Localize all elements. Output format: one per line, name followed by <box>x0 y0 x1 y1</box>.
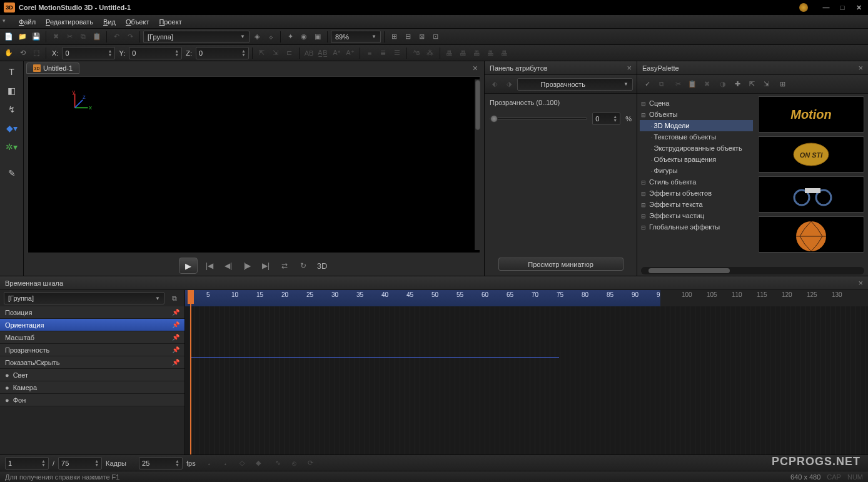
ep-del-icon[interactable]: ✖ <box>700 78 713 91</box>
timeline-group-combo[interactable]: [Группа]▼ <box>4 292 164 304</box>
viewport-scrollbar[interactable] <box>475 79 481 250</box>
particle-tool-icon[interactable]: ✲▾ <box>4 139 20 155</box>
layout-3-icon[interactable]: ⊠ <box>415 31 428 43</box>
play-fwd-icon[interactable]: |▶ <box>240 259 254 273</box>
text-3-icon[interactable]: Aᵃ <box>330 47 343 59</box>
z-input[interactable]: 0▲▼ <box>196 47 249 59</box>
easypalette-scrollbar[interactable] <box>641 267 864 274</box>
ep-copy-icon[interactable]: ⧉ <box>655 78 668 91</box>
tl-curve-1-icon[interactable]: ∿ <box>272 457 285 469</box>
timeline-close-icon[interactable]: × <box>858 278 863 288</box>
x-input[interactable]: 0▲▼ <box>62 47 115 59</box>
thumbnail-item[interactable] <box>758 176 864 213</box>
timeline-track[interactable]: ●Свет <box>0 369 184 381</box>
ep-export-icon[interactable]: ⇱ <box>745 78 758 91</box>
tl-key-4-icon[interactable]: ◆ <box>252 457 265 469</box>
timeline-track[interactable]: Прозрачность📌 <box>0 344 184 356</box>
timeline-track[interactable]: ●Фон <box>0 394 184 406</box>
menu-view[interactable]: Вид <box>98 16 121 28</box>
current-frame-input[interactable]: 1▲▼ <box>5 457 49 469</box>
go-start-icon[interactable]: |◀ <box>203 259 216 273</box>
print-4-icon[interactable]: 🖶 <box>485 47 497 59</box>
attr-property-combo[interactable]: Прозрачность ▼ <box>517 78 633 91</box>
redo-icon[interactable]: ↷ <box>124 31 136 43</box>
play-button[interactable]: ▶ <box>179 258 198 274</box>
rotate-tool-icon[interactable]: ⟲ <box>16 47 29 59</box>
total-frames-input[interactable]: 75▲▼ <box>58 457 102 469</box>
snap-1-icon[interactable]: ⇱ <box>256 47 268 59</box>
go-end-icon[interactable]: ▶| <box>259 259 273 273</box>
undo-icon[interactable]: ↶ <box>110 31 123 43</box>
timeline-copy-icon[interactable]: ⧉ <box>168 292 181 304</box>
align-left-icon[interactable]: ≡ <box>363 47 376 59</box>
thumbnail-item[interactable]: ON STI <box>758 136 864 173</box>
maximize-button[interactable]: □ <box>837 3 848 13</box>
tree-child-node[interactable]: ·3D Модели <box>640 120 753 131</box>
menu-dropdown-icon[interactable]: ▾ <box>3 18 11 26</box>
ep-add1-icon[interactable]: ◑ <box>717 78 729 91</box>
preview-3d-button[interactable]: 3D <box>315 259 329 273</box>
shape-tool-icon[interactable]: ◧ <box>4 83 20 99</box>
timeline-playhead[interactable] <box>190 290 191 454</box>
attr-prev-icon[interactable]: ⬖ <box>488 78 501 91</box>
tree-child-node[interactable]: ·Текстовые объекты <box>640 131 753 143</box>
open-icon[interactable]: 📁 <box>16 31 29 43</box>
light-icon[interactable]: ✦ <box>284 31 296 43</box>
menu-project[interactable]: Проект <box>154 16 186 28</box>
paste-icon[interactable]: 📋 <box>91 31 103 43</box>
menu-edit[interactable]: Редактировать <box>41 16 98 28</box>
timeline-track[interactable]: Позиция📌 <box>0 306 184 319</box>
ep-import-icon[interactable]: ⇲ <box>760 78 772 91</box>
render-icon[interactable]: ▣ <box>311 31 324 43</box>
select-box-icon[interactable]: ⬚ <box>30 47 43 59</box>
snap-2-icon[interactable]: ⇲ <box>270 47 282 59</box>
viewport-tab[interactable]: 3D Untitled-1 <box>26 63 79 74</box>
ep-paste-icon[interactable]: 📋 <box>686 78 699 91</box>
tree-child-node[interactable]: ·Экструдированные объекть <box>640 143 753 154</box>
text-4-icon[interactable]: A⁺ <box>344 47 356 59</box>
timeline-canvas[interactable]: 5101520253035404550556065707580859095100… <box>185 290 868 454</box>
tl-key-3-icon[interactable]: ◇ <box>236 457 248 469</box>
timeline-track[interactable]: Показать/Скрыть📌 <box>0 356 184 369</box>
misc-2-icon[interactable]: ⁂ <box>424 47 437 59</box>
primitive-tool-icon[interactable]: ◆▾ <box>4 120 20 136</box>
close-button[interactable]: ✕ <box>853 3 864 13</box>
viewport-close-icon[interactable]: × <box>469 63 482 73</box>
viewport-3d[interactable]: y x z <box>28 76 480 253</box>
menu-object[interactable]: Объект <box>121 16 154 28</box>
new-icon[interactable]: 📄 <box>3 31 15 43</box>
tree-node[interactable]: ⊟ Глобальные эффекты <box>640 221 753 233</box>
tree-child-node[interactable]: ·Фигуры <box>640 165 753 176</box>
tree-child-node[interactable]: ·Объекты вращения <box>640 154 753 165</box>
step-back-icon[interactable]: ◀| <box>221 259 235 273</box>
attr-next-icon[interactable]: ⬗ <box>503 78 515 91</box>
preview-thumbs-button[interactable]: Просмотр миниатюр <box>498 258 623 271</box>
hand-icon[interactable]: ✋ <box>3 47 15 59</box>
thumbnail-item[interactable]: Motion <box>758 96 864 133</box>
timeline-track[interactable]: Ориентация📌 <box>0 319 184 331</box>
print-1-icon[interactable]: 🖶 <box>443 47 456 59</box>
timeline-track[interactable]: ●Камера <box>0 381 184 394</box>
easypalette-close-icon[interactable]: × <box>858 63 863 73</box>
delete-icon[interactable]: ✖ <box>49 31 62 43</box>
save-icon[interactable]: 💾 <box>30 31 43 43</box>
edit-tool-icon[interactable]: ✎ <box>4 165 20 181</box>
tree-node[interactable]: ⊟ Объекты <box>640 109 753 120</box>
fps-input[interactable]: 25▲▼ <box>139 457 183 469</box>
snap-3-icon[interactable]: ⊏ <box>283 47 296 59</box>
print-5-icon[interactable]: 🖶 <box>498 47 511 59</box>
chain-icon[interactable]: ⟐ <box>265 31 277 43</box>
group-combo[interactable]: [Группа] ▼ <box>143 31 250 43</box>
reload-icon[interactable]: ↻ <box>296 259 310 273</box>
y-input[interactable]: 0▲▼ <box>129 47 182 59</box>
minimize-button[interactable]: — <box>820 3 832 13</box>
ep-cut-icon[interactable]: ✂ <box>672 78 684 91</box>
tl-curve-3-icon[interactable]: ⟳ <box>305 457 317 469</box>
print-3-icon[interactable]: 🖶 <box>471 47 483 59</box>
hierarchy-icon[interactable]: ◈ <box>251 31 263 43</box>
tree-node[interactable]: ⊟ Сцена <box>640 98 753 109</box>
layout-2-icon[interactable]: ⊟ <box>401 31 414 43</box>
text-tool-icon[interactable]: T <box>4 64 20 80</box>
print-2-icon[interactable]: 🖶 <box>457 47 470 59</box>
tl-curve-2-icon[interactable]: ⎋ <box>288 457 301 469</box>
